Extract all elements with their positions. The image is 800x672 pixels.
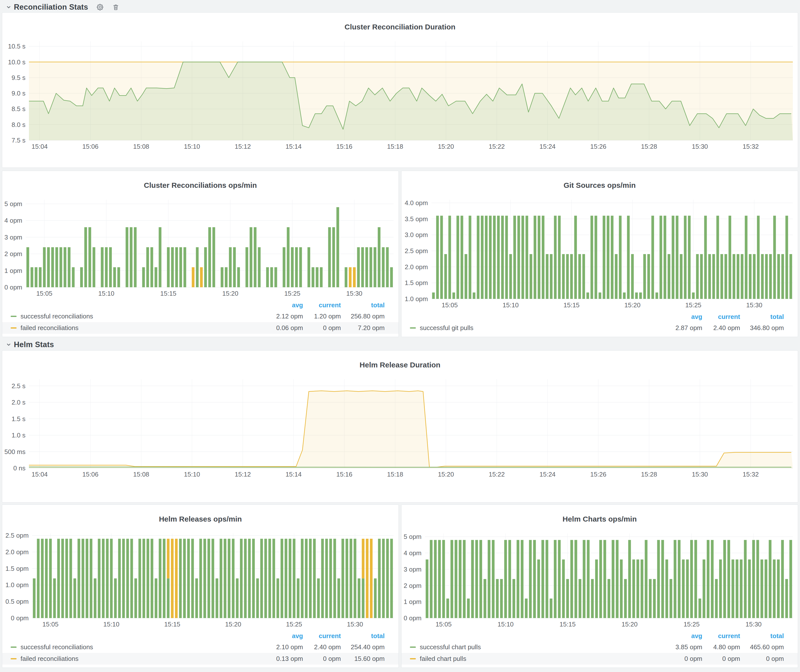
bars-failed [192, 267, 356, 287]
git-sources-opm-chart[interactable]: 4.0 opm3.5 opm3.0 opm2.5 opm2.0 opm1.5 o… [402, 196, 798, 310]
helm-releases-opm-chart[interactable]: 2.5 opm2.0 opm1.5 opm1.0 opm0.5 opm0 opm… [2, 530, 398, 629]
panel-title[interactable]: Cluster Reconciliations ops/min [2, 177, 398, 190]
svg-text:4.0 opm: 4.0 opm [405, 199, 428, 206]
legend-col-current[interactable]: current [702, 632, 740, 640]
legend-total-value: 15.60 opm [341, 655, 385, 662]
svg-text:2.0 opm: 2.0 opm [5, 548, 29, 556]
legend-label[interactable]: successful chart pulls [420, 643, 663, 651]
svg-text:15:06: 15:06 [82, 470, 98, 478]
legend: avg current total successful chart pulls… [402, 629, 798, 667]
chevron-down-icon[interactable] [6, 5, 11, 10]
svg-text:1 opm: 1 opm [5, 267, 22, 274]
bars-successful [426, 540, 792, 618]
section-header-reconciliation-stats[interactable]: Reconciliation Stats [2, 2, 798, 12]
panel-title[interactable]: Helm Releases ops/min [2, 511, 398, 524]
svg-text:1.5 opm: 1.5 opm [5, 565, 29, 572]
legend-total-value: 465.60 opm [740, 643, 784, 651]
panel-title[interactable]: Helm Charts ops/min [402, 511, 798, 524]
legend-col-current[interactable]: current [303, 301, 341, 309]
helm-charts-opm-chart[interactable]: 5 opm4 opm3 opm2 opm1 opm0 opm15:0515:10… [402, 530, 798, 629]
svg-text:15:15: 15:15 [560, 621, 576, 628]
svg-text:15:26: 15:26 [590, 143, 606, 150]
svg-text:15:16: 15:16 [336, 143, 352, 150]
svg-text:2.0 opm: 2.0 opm [405, 263, 428, 270]
svg-text:15:16: 15:16 [336, 470, 352, 478]
legend-row-successful-git-pulls: successful git pulls 2.87 opm 2.40 opm 3… [402, 322, 798, 334]
legend-current-value: 0 opm [303, 324, 341, 332]
legend-avg-value: 0.06 opm [264, 324, 303, 332]
svg-text:3.0 opm: 3.0 opm [405, 231, 428, 238]
svg-text:15:24: 15:24 [539, 470, 555, 478]
svg-text:15:30: 15:30 [346, 290, 362, 297]
legend-row-failed-reconciliations: failed reconciliations 0.13 opm 0 opm 15… [2, 653, 398, 665]
gear-icon[interactable] [96, 3, 104, 11]
svg-text:2.0 s: 2.0 s [12, 398, 26, 406]
legend-label[interactable]: successful git pulls [420, 324, 663, 332]
helm-release-duration-chart[interactable]: 2.5 s2.0 s1.5 s1.0 s500 ms0 ns15:0415:06… [2, 376, 798, 480]
legend-row-successful-reconciliations: successful reconciliations 2.10 opm 2.40… [2, 641, 398, 653]
legend-col-total[interactable]: total [740, 313, 784, 321]
row-helm-ops-charts: Helm Releases ops/min 2.5 opm2.0 opm1.5 … [2, 504, 798, 668]
legend-col-avg[interactable]: avg [663, 632, 702, 640]
legend-row-successful-reconciliations: successful reconciliations 2.12 opm 1.20… [2, 310, 398, 322]
legend-label[interactable]: failed reconciliations [21, 655, 264, 662]
legend-avg-value: 3.85 opm [663, 643, 702, 651]
svg-text:15:26: 15:26 [590, 470, 606, 478]
chart-svg: 5 opm4 opm3 opm2 opm1 opm0 opm15:0515:10… [402, 530, 798, 629]
cluster-reconciliations-opm-chart[interactable]: 5 opm4 opm3 opm2 opm1 opm0 opm15:0515:10… [2, 196, 398, 299]
legend-col-avg[interactable]: avg [663, 313, 702, 321]
svg-text:2 opm: 2 opm [5, 250, 22, 258]
svg-text:15:05: 15:05 [36, 290, 53, 297]
legend-current-value: 2.40 opm [303, 643, 341, 651]
svg-text:15:22: 15:22 [488, 470, 505, 478]
chevron-down-icon[interactable] [6, 342, 11, 347]
legend-col-total[interactable]: total [740, 632, 784, 640]
legend-label[interactable]: successful reconciliations [21, 643, 264, 651]
series-swatch-icon [410, 658, 416, 659]
legend-col-avg[interactable]: avg [264, 632, 303, 640]
legend-col-current[interactable]: current [702, 313, 740, 321]
svg-text:8.0 s: 8.0 s [12, 121, 26, 128]
section-header-helm-stats[interactable]: Helm Stats [2, 339, 798, 350]
legend-label[interactable]: failed chart pulls [420, 655, 663, 662]
panel-title[interactable]: Cluster Reconciliation Duration [2, 19, 798, 32]
svg-text:15:30: 15:30 [692, 143, 708, 150]
legend: avg current total successful reconciliat… [2, 629, 398, 667]
legend-header: avg current total [402, 311, 798, 322]
panel-helm-charts-opm: Helm Charts ops/min 5 opm4 opm3 opm2 opm… [401, 504, 798, 668]
svg-text:2.5 opm: 2.5 opm [5, 532, 29, 539]
section-title[interactable]: Helm Stats [14, 340, 54, 349]
svg-text:5 opm: 5 opm [5, 200, 22, 208]
svg-text:15:12: 15:12 [235, 143, 251, 150]
legend-col-avg[interactable]: avg [264, 301, 303, 309]
series-swatch-icon [410, 646, 416, 648]
svg-text:15:10: 15:10 [498, 621, 514, 628]
series-swatch-icon [11, 658, 17, 659]
legend-row-failed-chart-pulls: failed chart pulls 0 opm 0 opm 0 opm [402, 653, 798, 665]
panel-helm-release-duration: Helm Release Duration 2.5 s2.0 s1.5 s1.0… [2, 350, 798, 502]
legend-col-current[interactable]: current [303, 632, 341, 640]
legend-avg-value: 2.87 opm [663, 324, 702, 332]
cluster-reconciliation-duration-chart[interactable]: 10.5 s10.0 s9.5 s9.0 s8.5 s8.0 s7.5 s15:… [2, 38, 798, 152]
legend-label[interactable]: failed reconciliations [21, 324, 264, 332]
legend: avg current total successful reconciliat… [2, 299, 398, 337]
section-title[interactable]: Reconciliation Stats [14, 3, 88, 12]
svg-text:15:10: 15:10 [98, 290, 114, 297]
svg-text:15:08: 15:08 [133, 470, 149, 478]
svg-text:0 opm: 0 opm [11, 614, 29, 622]
trash-icon[interactable] [112, 3, 119, 11]
svg-text:3 opm: 3 opm [5, 233, 22, 241]
legend-label[interactable]: successful reconciliations [21, 312, 264, 320]
svg-text:7.5 s: 7.5 s [12, 137, 26, 144]
legend-col-total[interactable]: total [341, 301, 385, 309]
panel-title[interactable]: Helm Release Duration [2, 357, 798, 370]
panel-title[interactable]: Git Sources ops/min [402, 177, 798, 190]
svg-text:2.5 s: 2.5 s [12, 382, 26, 389]
svg-text:15:20: 15:20 [624, 301, 640, 309]
svg-text:10.0 s: 10.0 s [8, 58, 26, 66]
legend-col-total[interactable]: total [341, 632, 385, 640]
legend-total-value: 7.20 opm [341, 324, 385, 332]
svg-text:2 opm: 2 opm [404, 582, 421, 589]
svg-text:1.0 s: 1.0 s [12, 432, 26, 439]
svg-text:15:04: 15:04 [32, 470, 48, 478]
